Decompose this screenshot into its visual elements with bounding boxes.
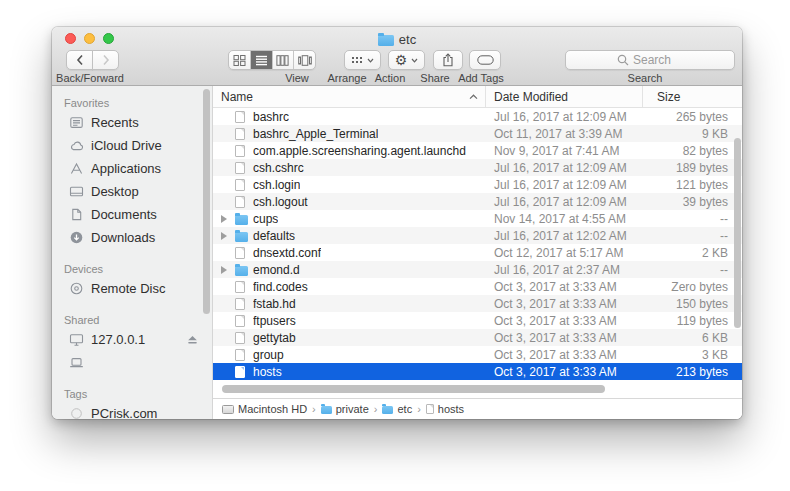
disc-icon <box>69 282 84 295</box>
sidebar-item-label: Recents <box>91 115 139 130</box>
arrange-grid-icon <box>351 55 363 65</box>
sidebar-item-label: iCloud Drive <box>91 138 162 153</box>
disclosure-triangle-icon[interactable] <box>221 266 227 274</box>
search-input[interactable] <box>633 53 683 67</box>
file-row-dnsextd-conf[interactable]: dnsextd.confOct 12, 2017 at 5:17 AM2 KB <box>213 244 742 261</box>
search-field[interactable] <box>565 50 735 70</box>
sidebar-item-label: Remote Disc <box>91 281 165 296</box>
file-date-modified: Oct 3, 2017 at 3:33 AM <box>486 314 643 328</box>
file-size: -- <box>643 229 742 243</box>
file-row-emond-d[interactable]: emond.dJul 16, 2017 at 2:37 AM-- <box>213 261 742 278</box>
file-row-group[interactable]: groupOct 3, 2017 at 3:33 AM3 KB <box>213 346 742 363</box>
tag-circle-icon <box>69 407 84 419</box>
grid-view-icon <box>233 55 246 66</box>
sidebar-item-remote-disc[interactable]: Remote Disc <box>52 277 212 300</box>
file-name: bashrc_Apple_Terminal <box>253 127 378 141</box>
share-icon <box>442 53 454 67</box>
add-tags-label: Add Tags <box>458 72 504 84</box>
column-header-date-modified[interactable]: Date Modified <box>486 86 643 107</box>
finder-window: etc ⚙ <box>52 27 742 419</box>
path-item-etc[interactable]: etc <box>382 403 412 415</box>
back-button[interactable] <box>66 50 93 70</box>
column-header-size[interactable]: Size <box>643 86 742 107</box>
chevron-left-icon <box>76 54 84 66</box>
columns-view-icon <box>276 55 289 66</box>
sidebar-item-icloud-drive[interactable]: iCloud Drive <box>52 134 212 157</box>
sidebar-item-shared-device[interactable] <box>52 351 212 374</box>
file-date-modified: Jul 16, 2017 at 12:09 AM <box>486 161 643 175</box>
sidebar-item-applications[interactable]: Applications <box>52 157 212 180</box>
file-row-csh-logout[interactable]: csh.logoutJul 16, 2017 at 12:09 AM39 byt… <box>213 193 742 210</box>
path-item-macintosh-hd[interactable]: Macintosh HD <box>222 403 307 415</box>
action-button[interactable]: ⚙ <box>388 50 425 70</box>
disclosure-triangle-icon[interactable] <box>221 215 227 223</box>
sidebar-item-pcrisk-com[interactable]: PCrisk.com <box>52 402 212 419</box>
horizontal-scrollbar[interactable] <box>222 385 605 393</box>
sidebar-item-label: Applications <box>91 161 161 176</box>
view-list-button[interactable] <box>250 51 272 69</box>
sidebar-section-shared: Shared127.0.0.1 <box>52 312 212 374</box>
sidebar-item-desktop[interactable]: Desktop <box>52 180 212 203</box>
tag-icon <box>477 55 494 65</box>
path-separator-icon: › <box>312 403 316 415</box>
sidebar-section-title: Favorites <box>52 95 212 111</box>
file-row-defaults[interactable]: defaultsJul 16, 2017 at 12:02 AM-- <box>213 227 742 244</box>
view-columns-button[interactable] <box>272 51 294 69</box>
folder-icon <box>378 35 394 46</box>
chevron-down-icon <box>367 58 374 63</box>
file-date-modified: Jul 16, 2017 at 12:09 AM <box>486 178 643 192</box>
file-row-com-apple-screensharing-agent-launchd[interactable]: com.apple.screensharing.agent.launchdNov… <box>213 142 742 159</box>
share-label: Share <box>420 72 449 84</box>
file-row-fstab-hd[interactable]: fstab.hdOct 3, 2017 at 3:33 AM150 bytes <box>213 295 742 312</box>
chevron-down-icon <box>411 58 418 63</box>
file-size: 119 bytes <box>643 314 742 328</box>
file-row-csh-cshrc[interactable]: csh.cshrcJul 16, 2017 at 12:09 AM189 byt… <box>213 159 742 176</box>
file-name: defaults <box>253 229 295 243</box>
column-header-name[interactable]: Name <box>213 86 486 107</box>
file-size: -- <box>643 212 742 226</box>
action-label: Action <box>375 72 406 84</box>
sidebar-item-label: Desktop <box>91 184 139 199</box>
vertical-scrollbar[interactable] <box>734 138 741 328</box>
folder-icon <box>235 266 248 276</box>
file-name: gettytab <box>253 331 296 345</box>
file-row-bashrc[interactable]: bashrcJul 16, 2017 at 12:09 AM265 bytes <box>213 108 742 125</box>
file-name: csh.login <box>253 178 300 192</box>
file-row-ftpusers[interactable]: ftpusersOct 3, 2017 at 3:33 AM119 bytes <box>213 312 742 329</box>
forward-button[interactable] <box>92 50 119 70</box>
chevron-right-icon <box>102 54 110 66</box>
horizontal-scrollbar-track <box>213 380 742 398</box>
disclosure-triangle-icon[interactable] <box>221 232 227 240</box>
file-row-csh-login[interactable]: csh.loginJul 16, 2017 at 12:09 AM121 byt… <box>213 176 742 193</box>
file-list-pane: Name Date Modified Size bashrcJul 16, 20… <box>213 86 742 419</box>
drive-icon <box>222 405 234 414</box>
file-date-modified: Jul 16, 2017 at 12:09 AM <box>486 110 643 124</box>
sidebar-item-downloads[interactable]: Downloads <box>52 226 212 249</box>
laptop-icon <box>69 356 84 369</box>
sidebar-item-documents[interactable]: Documents <box>52 203 212 226</box>
add-tags-button[interactable] <box>469 50 501 70</box>
file-icon <box>235 281 245 293</box>
file-row-find-codes[interactable]: find.codesOct 3, 2017 at 3:33 AMZero byt… <box>213 278 742 295</box>
file-row-cups[interactable]: cupsNov 14, 2017 at 4:55 AM-- <box>213 210 742 227</box>
file-row-hosts[interactable]: hostsOct 3, 2017 at 3:33 AM213 bytes <box>213 363 742 380</box>
view-grid-button[interactable] <box>229 51 250 69</box>
file-date-modified: Oct 3, 2017 at 3:33 AM <box>486 348 643 362</box>
path-item-hosts[interactable]: hosts <box>426 403 464 415</box>
file-row-bashrc-apple-terminal[interactable]: bashrc_Apple_TerminalOct 11, 2017 at 3:3… <box>213 125 742 142</box>
sidebar-item-127-0-0-1[interactable]: 127.0.0.1 <box>52 328 212 351</box>
eject-icon[interactable] <box>186 334 199 345</box>
file-row-gettytab[interactable]: gettytabOct 3, 2017 at 3:33 AM6 KB <box>213 329 742 346</box>
path-item-private[interactable]: private <box>321 403 369 415</box>
file-size: 150 bytes <box>643 297 742 311</box>
sidebar-scrollbar[interactable] <box>203 89 210 314</box>
share-button[interactable] <box>433 50 463 70</box>
folder-icon <box>382 404 393 414</box>
recents-icon <box>69 116 84 129</box>
arrange-label: Arrange <box>327 72 366 84</box>
view-coverflow-button[interactable] <box>293 51 315 69</box>
arrange-button[interactable] <box>344 50 381 70</box>
path-item-label: private <box>336 403 369 415</box>
sidebar-item-recents[interactable]: Recents <box>52 111 212 134</box>
file-name: csh.cshrc <box>253 161 304 175</box>
